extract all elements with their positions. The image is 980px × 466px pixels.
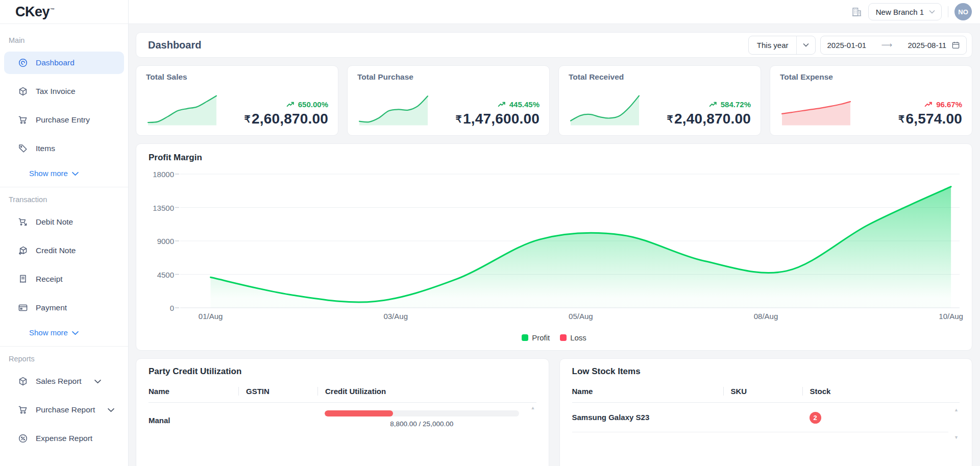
rupee-symbol: ₹ — [456, 114, 462, 125]
sidebar-item-dashboard[interactable]: Dashboard — [4, 52, 124, 74]
date-from[interactable]: 2025-01-01 — [827, 41, 876, 50]
credit-progress-track — [325, 410, 519, 416]
rupee-symbol: ₹ — [667, 114, 673, 125]
content: Dashboard This year 2025-01-01 ⟶ 2025-08… — [129, 24, 980, 466]
sidebar-item-expense-report[interactable]: Expense Report — [4, 427, 124, 450]
user-avatar[interactable]: NO — [954, 3, 972, 20]
legend-swatch — [560, 334, 567, 341]
range-preset-value: This year — [749, 41, 797, 50]
y-tick-label: 13500 — [153, 203, 174, 212]
trend-up-icon — [924, 100, 933, 109]
trend-up-icon — [286, 100, 295, 109]
legend-label: Profit — [532, 333, 550, 342]
sidebar-item-label: Debit Note — [36, 217, 73, 227]
sidebar-section-label: Reports — [0, 350, 128, 369]
col-stock: Stock — [810, 387, 960, 396]
sparkline-chart — [569, 90, 641, 128]
legend-item-profit[interactable]: Profit — [522, 333, 550, 342]
trend-up-icon — [498, 100, 506, 109]
box-arrow-icon — [18, 246, 28, 256]
cart-arrow-icon — [18, 217, 28, 227]
stat-amount: ₹1,47,600.00 — [456, 111, 540, 127]
bottom-row: Party Credit Utilization Name GSTIN Cred… — [136, 358, 972, 466]
show-more-label: Show more — [29, 169, 68, 178]
party-name: Manal — [149, 403, 246, 425]
scroll-up-arrow[interactable]: ▲ — [954, 408, 959, 412]
stat-label: Total Received — [569, 72, 751, 82]
stat-percent: 650.00% — [286, 100, 328, 109]
topbar: New Branch 1 NO — [129, 0, 980, 24]
stat-card-total-expense: Total Expense96.67%₹6,574.00 — [770, 65, 972, 136]
area-chart — [180, 174, 960, 308]
stat-body: 584.72%₹2,40,870.00 — [569, 82, 751, 128]
sidebar-item-debit-note[interactable]: Debit Note — [4, 211, 124, 233]
arrow-right-icon: ⟶ — [881, 40, 892, 50]
stat-percent: 584.72% — [709, 100, 751, 109]
show-more-link[interactable]: Show more — [0, 166, 128, 185]
sidebar-item-label: Payment — [36, 303, 67, 312]
circle-report-icon — [18, 433, 28, 444]
legend-item-loss[interactable]: Loss — [560, 333, 586, 342]
x-axis-labels: 01/Aug03/Aug05/Aug08/Aug10/Aug — [180, 311, 960, 325]
tag-icon — [18, 143, 28, 154]
party-credit-body: ▲ Manal8,800.00 / 25,000.00 — [149, 403, 536, 428]
legend-swatch — [522, 334, 528, 341]
logo-row: CKey™ — [0, 0, 128, 24]
stat-card-total-purchase: Total Purchase445.45%₹1,47,600.00 — [347, 65, 550, 136]
date-to[interactable]: 2025-08-11 — [897, 41, 946, 50]
show-more-link[interactable]: Show more — [0, 325, 128, 344]
stat-cards-row: Total Sales650.00%₹2,60,870.00Total Purc… — [136, 65, 972, 136]
date-range-picker[interactable]: 2025-01-01 ⟶ 2025-08-11 — [820, 36, 967, 55]
col-credit-utilization: Credit Utilization — [325, 387, 536, 396]
chevron-down-icon — [94, 379, 101, 384]
sidebar-item-tax-invoice[interactable]: Tax Invoice — [4, 80, 124, 103]
sidebar-item-label: Sales Report — [36, 377, 82, 386]
header-controls: This year 2025-01-01 ⟶ 2025-08-11 — [748, 36, 967, 55]
sidebar-item-label: Dashboard — [36, 58, 75, 67]
sidebar-item-receipt[interactable]: Receipt — [4, 268, 124, 290]
item-stock-cell: 2 — [810, 406, 949, 424]
stat-card-total-sales: Total Sales650.00%₹2,60,870.00 — [136, 65, 338, 136]
x-tick-label: 08/Aug — [754, 312, 778, 321]
stat-percent: 445.45% — [498, 100, 540, 109]
calendar-icon[interactable] — [951, 41, 960, 50]
chart-legend: ProfitLoss — [149, 333, 960, 344]
sidebar-item-label: Credit Note — [36, 246, 76, 255]
col-name: Name — [572, 387, 730, 396]
sidebar-section-label: Transaction — [0, 190, 128, 210]
x-tick-label: 01/Aug — [199, 312, 223, 321]
sidebar-item-label: Expense Report — [36, 434, 92, 443]
chevron-down-icon — [797, 43, 815, 47]
table-row: Manal8,800.00 / 25,000.00 — [149, 403, 525, 428]
topbar-divider — [948, 6, 948, 17]
chevron-down-icon — [72, 169, 79, 178]
sidebar-item-items[interactable]: Items — [4, 137, 124, 160]
rupee-symbol: ₹ — [244, 114, 251, 125]
stat-values: 650.00%₹2,60,870.00 — [244, 100, 328, 128]
range-preset-select[interactable]: This year — [748, 36, 816, 55]
scroll-up-arrow[interactable]: ▲ — [531, 406, 535, 410]
sidebar-item-payment[interactable]: Payment — [4, 297, 124, 319]
sidebar-divider — [0, 187, 128, 187]
sidebar-item-credit-note[interactable]: Credit Note — [4, 239, 124, 262]
credit-utilization-cell: 8,800.00 / 25,000.00 — [325, 403, 525, 428]
stat-body: 650.00%₹2,60,870.00 — [146, 82, 328, 128]
profit-margin-card: Profit Margin 1800013500900045000 01/Aug… — [136, 143, 972, 351]
chevron-down-icon — [108, 408, 114, 412]
sidebar-item-purchase-entry[interactable]: Purchase Entry — [4, 109, 124, 131]
sidebar-item-sales-report[interactable]: Sales Report — [4, 370, 124, 393]
stat-values: 445.45%₹1,47,600.00 — [456, 100, 540, 128]
branch-selector[interactable]: New Branch 1 — [868, 3, 942, 20]
sidebar-item-purchase-report[interactable]: Purchase Report — [4, 399, 124, 421]
page-header-card: Dashboard This year 2025-01-01 ⟶ 2025-08… — [136, 32, 972, 58]
stat-label: Total Sales — [146, 72, 328, 82]
stat-card-total-received: Total Received584.72%₹2,40,870.00 — [558, 65, 761, 136]
scroll-down-arrow[interactable]: ▼ — [954, 435, 959, 440]
rupee-symbol: ₹ — [898, 114, 904, 125]
chevron-down-icon — [929, 10, 935, 14]
chart-title: Profit Margin — [149, 153, 960, 163]
brand-logo[interactable]: CKey™ — [15, 4, 55, 20]
credit-utilization-label: 8,800.00 / 25,000.00 — [325, 420, 519, 428]
stat-values: 96.67%₹6,574.00 — [898, 100, 962, 128]
sidebar-section-label: Main — [0, 31, 128, 51]
